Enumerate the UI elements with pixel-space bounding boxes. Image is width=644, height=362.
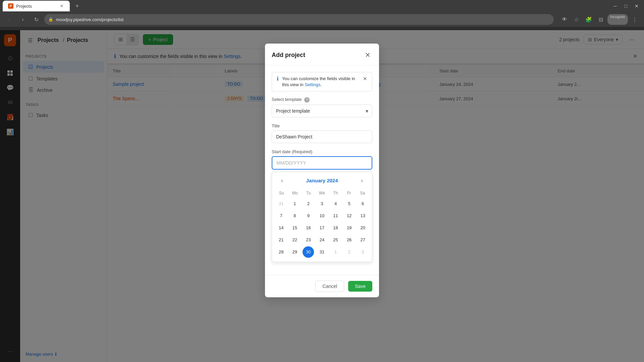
eye-off-icon[interactable]: 👁 (559, 14, 570, 25)
cal-day-9[interactable]: 9 (303, 210, 314, 222)
modal-backdrop: Add project ✕ ℹ You can customize the fi… (107, 30, 644, 362)
cal-day-24[interactable]: 24 (316, 234, 328, 246)
cal-day-21[interactable]: 21 (275, 234, 287, 246)
weekday-we: We (315, 189, 329, 197)
modal-body: ℹ You can customize the fields visible i… (265, 65, 379, 275)
cal-day-7[interactable]: 7 (275, 210, 287, 222)
save-button[interactable]: Save (348, 281, 372, 292)
weekday-tu: Tu (302, 189, 315, 197)
address-bar[interactable]: 🔒 moodjoy.pipedrive.com/projects/list (44, 14, 554, 25)
template-select-wrapper: Project template ▾ (272, 105, 372, 117)
maximize-button[interactable]: □ (621, 1, 631, 11)
window-controls: ─ □ ✕ (610, 1, 641, 11)
cal-day-6[interactable]: 6 (357, 198, 369, 209)
minimize-button[interactable]: ─ (610, 1, 620, 11)
cal-day-29[interactable]: 29 (289, 246, 301, 258)
cal-day-13[interactable]: 13 (357, 210, 369, 222)
calendar-weekdays: Su Mo Tu We Th Fr Sa (275, 189, 369, 197)
start-date-form-group: Start date (Required) ‹ January 2024 › (272, 149, 372, 262)
cal-day-1[interactable]: 1 (289, 198, 301, 209)
modal-info-text: You can customize the fields visible in … (282, 76, 360, 88)
calendar-next-button[interactable]: › (357, 176, 367, 185)
browser-toolbar: ‹ › ↻ 🔒 moodjoy.pipedrive.com/projects/l… (0, 12, 644, 27)
template-select[interactable]: Project template (272, 105, 372, 117)
calendar-prev-button[interactable]: ‹ (277, 176, 287, 185)
template-help-icon: ? (304, 97, 310, 103)
calendar-header: ‹ January 2024 › (272, 172, 372, 189)
title-form-group: Title (272, 123, 372, 143)
cal-day-31-prev[interactable]: 31 (275, 198, 287, 209)
cal-day-28[interactable]: 28 (275, 246, 287, 258)
incognito-badge[interactable]: Incognito (607, 14, 628, 25)
calendar-days: 31 1 2 3 4 5 6 7 8 (275, 198, 369, 258)
cal-day-10[interactable]: 10 (316, 210, 328, 222)
calendar-month-label: January 2024 (306, 178, 338, 183)
cal-day-14[interactable]: 14 (275, 222, 287, 234)
cal-day-8[interactable]: 8 (289, 210, 301, 222)
cancel-button[interactable]: Cancel (315, 281, 344, 292)
back-button[interactable]: ‹ (4, 14, 15, 25)
cal-day-23[interactable]: 23 (303, 234, 314, 246)
tab-close-button[interactable]: ✕ (59, 3, 64, 9)
reload-button[interactable]: ↻ (31, 14, 42, 25)
modal-header: Add project ✕ (265, 44, 379, 65)
cal-day-1-next[interactable]: 1 (330, 246, 341, 258)
tab-favicon: P (8, 3, 13, 9)
weekday-su: Su (275, 189, 288, 197)
weekday-fr: Fr (342, 189, 356, 197)
modal-close-button[interactable]: ✕ (363, 50, 372, 60)
new-tab-button[interactable]: + (72, 1, 82, 11)
cal-day-26[interactable]: 26 (343, 234, 355, 246)
extensions-icon[interactable]: 🧩 (583, 14, 594, 25)
cal-day-11[interactable]: 11 (330, 210, 341, 222)
title-input[interactable] (272, 130, 372, 143)
cal-day-12[interactable]: 12 (343, 210, 355, 222)
cal-day-22[interactable]: 22 (289, 234, 301, 246)
cal-day-31[interactable]: 31 (316, 246, 328, 258)
calendar-grid: Su Mo Tu We Th Fr Sa (272, 189, 372, 262)
cal-day-18[interactable]: 18 (330, 222, 341, 234)
weekday-sa: Sa (356, 189, 369, 197)
weekday-mo: Mo (288, 189, 302, 197)
browser-titlebar: P Projects ✕ + ─ □ ✕ (0, 0, 644, 12)
forward-button[interactable]: › (17, 14, 28, 25)
main-content: ⊞ ☰ + Project 2 projects ⊟ Everyone ▾ ··… (107, 30, 644, 362)
modal-info-banner: ℹ You can customize the fields visible i… (272, 72, 372, 92)
app-container: P ⊙ 💬 ✉ 📅7 📊 ··· ☰ Projects / Projects P… (0, 30, 644, 362)
start-date-label: Start date (Required) (272, 149, 372, 154)
cal-day-15[interactable]: 15 (289, 222, 301, 234)
toolbar-actions: 👁 ☆ 🧩 ⊟ Incognito ⋮ (559, 14, 640, 25)
cal-day-25[interactable]: 25 (330, 234, 341, 246)
bookmark-icon[interactable]: ☆ (571, 14, 582, 25)
cal-day-20[interactable]: 20 (357, 222, 369, 234)
cal-day-2[interactable]: 2 (303, 198, 314, 209)
modal-title: Add project (272, 52, 305, 59)
start-date-input[interactable] (272, 156, 372, 170)
modal-settings-link[interactable]: Settings (305, 82, 320, 87)
modal-info-close[interactable]: ✕ (363, 76, 367, 82)
close-window-button[interactable]: ✕ (632, 1, 641, 11)
chrome-menu-icon[interactable]: ⋮ (629, 14, 640, 25)
modal-footer: Cancel Save (265, 275, 379, 297)
cal-day-16[interactable]: 16 (303, 222, 314, 234)
cal-day-2-next[interactable]: 2 (343, 246, 355, 258)
url-text: moodjoy.pipedrive.com/projects/list (56, 17, 123, 22)
cal-day-4[interactable]: 4 (330, 198, 341, 209)
modal-info-icon: ℹ (277, 76, 279, 82)
browser-tab[interactable]: P Projects ✕ (3, 1, 70, 11)
date-picker-calendar: ‹ January 2024 › Su Mo Tu We Th (272, 172, 372, 262)
cal-day-17[interactable]: 17 (316, 222, 328, 234)
title-label: Title (272, 123, 372, 128)
ssl-icon: 🔒 (48, 17, 53, 22)
cal-day-3[interactable]: 3 (316, 198, 328, 209)
tab-title: Projects (16, 4, 32, 9)
cal-day-30-selected[interactable]: 30 (303, 246, 314, 258)
cal-day-5[interactable]: 5 (343, 198, 355, 209)
cal-day-3-next[interactable]: 3 (357, 246, 369, 258)
template-form-group: Select template ? Project template ▾ (272, 97, 372, 117)
cal-day-19[interactable]: 19 (343, 222, 355, 234)
add-project-modal: Add project ✕ ℹ You can customize the fi… (265, 44, 379, 297)
template-label: Select template ? (272, 97, 372, 103)
cal-day-27[interactable]: 27 (357, 234, 369, 246)
sidebar-icon[interactable]: ⊟ (595, 14, 606, 25)
